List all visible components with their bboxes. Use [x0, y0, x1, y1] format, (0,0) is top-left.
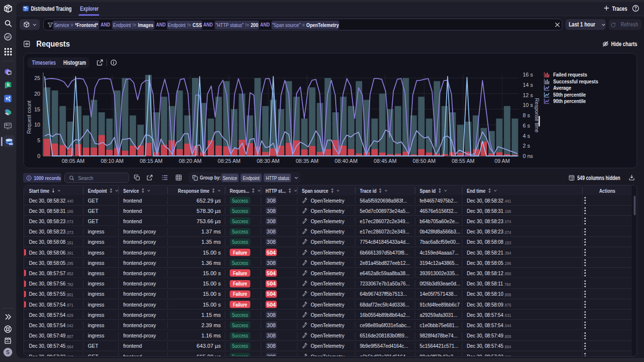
svg-text:08:05 AM: 08:05 AM: [62, 158, 84, 164]
svg-text:08:50 AM: 08:50 AM: [413, 158, 435, 164]
svg-text:08:20 AM: 08:20 AM: [179, 158, 201, 164]
svg-text:Request count: Request count: [26, 101, 32, 134]
svg-text:16 s: 16 s: [523, 72, 533, 78]
svg-text:15: 15: [34, 106, 40, 112]
svg-text:08:25 AM: 08:25 AM: [218, 158, 241, 164]
svg-text:14 s: 14 s: [523, 82, 533, 88]
svg-text:0: 0: [37, 153, 40, 159]
svg-text:08:35 AM: 08:35 AM: [295, 158, 318, 164]
svg-text:NEW: NEW: [9, 143, 13, 145]
svg-text:Response time: Response time: [534, 98, 540, 132]
svg-text:2 s: 2 s: [523, 143, 530, 149]
svg-text:10: 10: [34, 122, 40, 128]
svg-text:12 s: 12 s: [523, 92, 533, 98]
svg-text:08:40 AM: 08:40 AM: [335, 158, 357, 164]
svg-text:08:45 AM: 08:45 AM: [374, 158, 396, 164]
svg-text:6 s: 6 s: [523, 123, 530, 129]
svg-text:08:15 AM: 08:15 AM: [140, 158, 162, 164]
svg-text:08:10 AM: 08:10 AM: [101, 158, 123, 164]
svg-text:08:30 AM: 08:30 AM: [257, 158, 279, 164]
svg-text:4 s: 4 s: [523, 133, 530, 139]
svg-text:8 s: 8 s: [523, 112, 530, 118]
svg-text:5: 5: [37, 137, 40, 143]
svg-text:10 s: 10 s: [523, 102, 533, 108]
svg-text:08:55 AM: 08:55 AM: [452, 158, 474, 164]
svg-text:20: 20: [34, 91, 40, 97]
svg-text:0 ns: 0 ns: [523, 153, 533, 159]
svg-text:25: 25: [34, 75, 40, 81]
svg-text:09 AM: 09 AM: [494, 158, 510, 164]
